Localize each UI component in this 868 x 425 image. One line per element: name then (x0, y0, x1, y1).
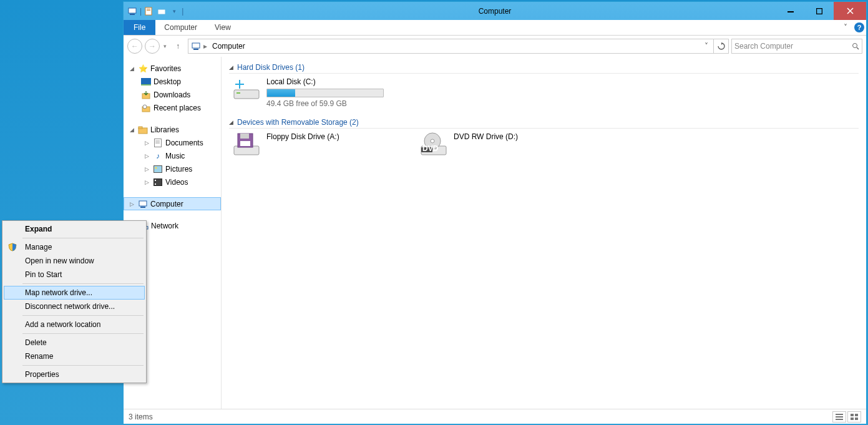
tab-view[interactable]: View (206, 20, 240, 35)
maximize-button[interactable] (805, 2, 834, 20)
collapse-icon[interactable]: ◢ (130, 127, 135, 133)
address-bar[interactable]: ▸ Computer ˅ (188, 39, 714, 54)
new-folder-icon[interactable] (157, 6, 167, 16)
close-button[interactable] (834, 2, 866, 20)
section-hard-disks[interactable]: ◢ Hard Disk Drives (1) (229, 63, 859, 74)
menu-item-manage[interactable]: Manage (4, 240, 145, 254)
sidebar-item-videos[interactable]: ▷Videos (124, 175, 221, 188)
svg-rect-35 (235, 80, 239, 84)
titlebar[interactable]: | ▾ | Computer (124, 2, 866, 20)
drive-dvd[interactable]: DVD DVD RW Drive (D:) (419, 132, 568, 157)
floppy-icon (232, 132, 261, 157)
navigation-bar: ← → ▾ ↑ ▸ Computer ˅ Search Computer (124, 36, 866, 57)
properties-icon[interactable] (144, 6, 154, 16)
body: ◢⭐Favorites Desktop Downloads Recent pla… (124, 57, 866, 409)
menu-item-add-network-location[interactable]: Add a network location (4, 318, 145, 331)
quick-access-toolbar: | ▾ | (124, 6, 183, 16)
menu-item-map-network-drive[interactable]: Map network drive... (4, 286, 145, 300)
details-view-button[interactable] (832, 411, 846, 423)
menu-item-delete[interactable]: Delete (4, 336, 145, 349)
hdd-icon (232, 77, 261, 102)
menu-separator (22, 283, 144, 284)
menu-item-open-new-window[interactable]: Open in new window (4, 254, 145, 268)
svg-rect-26 (155, 183, 156, 185)
label: Music (165, 152, 185, 160)
drive-local-c[interactable]: Local Disk (C:) 49.4 GB free of 59.9 GB (232, 77, 381, 108)
context-menu: Expand Manage Open in new window Pin to … (2, 220, 147, 383)
svg-rect-50 (836, 419, 843, 420)
svg-rect-12 (141, 78, 151, 84)
forward-button[interactable]: → (145, 39, 160, 54)
section-removable[interactable]: ◢ Devices with Removable Storage (2) (229, 118, 859, 129)
menu-separator (22, 315, 144, 316)
sidebar-item-music[interactable]: ▷♪Music (124, 149, 221, 162)
menu-item-properties[interactable]: Properties (4, 368, 145, 381)
tab-computer[interactable]: Computer (155, 20, 206, 35)
svg-line-11 (857, 47, 859, 49)
breadcrumb-sep-icon[interactable]: ▸ (203, 42, 207, 51)
minimize-button[interactable] (776, 2, 805, 20)
expand-icon[interactable]: ▷ (145, 166, 150, 172)
svg-rect-36 (240, 80, 244, 84)
search-box[interactable]: Search Computer (731, 39, 862, 54)
svg-rect-28 (140, 207, 145, 208)
breadcrumb-computer[interactable]: Computer (210, 42, 248, 51)
collapse-icon[interactable]: ◢ (130, 66, 135, 72)
svg-rect-1 (130, 14, 135, 15)
qat-dropdown-icon[interactable]: ▾ (169, 6, 179, 16)
explorer-window: | ▾ | Computer File Computer View ˅ ? ← … (123, 1, 867, 424)
menu-item-expand[interactable]: Expand (4, 222, 145, 236)
svg-rect-7 (817, 8, 822, 14)
svg-rect-13 (141, 84, 151, 85)
collapse-icon[interactable]: ◢ (229, 64, 233, 71)
expand-icon[interactable]: ▷ (145, 153, 150, 159)
dvd-icon: DVD (419, 132, 449, 157)
sidebar-item-computer[interactable]: ▷Computer (124, 197, 221, 210)
libraries-label: Libraries (150, 125, 179, 134)
menu-item-disconnect-network-drive[interactable]: Disconnect network drive... (4, 300, 145, 313)
content-pane[interactable]: ◢ Hard Disk Drives (1) Local Disk (C:) 4… (222, 57, 866, 409)
libraries-icon (138, 125, 148, 135)
window-title: Computer (124, 7, 866, 16)
menu-item-pin-to-start[interactable]: Pin to Start (4, 268, 145, 281)
sidebar-item-downloads[interactable]: Downloads (124, 88, 221, 101)
computer-icon (138, 199, 148, 209)
large-icons-view-button[interactable] (847, 411, 861, 423)
svg-text:DVD: DVD (422, 144, 439, 153)
collapse-icon[interactable]: ◢ (229, 119, 233, 125)
ribbon-collapse-icon[interactable]: ˅ (839, 20, 852, 35)
menu-separator (22, 333, 144, 334)
computer-icon (191, 41, 201, 51)
computer-group: ▷Computer (124, 197, 221, 210)
svg-rect-9 (193, 49, 198, 50)
sidebar-item-pictures[interactable]: ▷Pictures (124, 162, 221, 175)
drive-name: DVD RW Drive (D:) (454, 132, 518, 141)
expand-icon[interactable]: ▷ (145, 140, 150, 146)
drive-name: Floppy Disk Drive (A:) (266, 132, 339, 141)
svg-rect-27 (139, 201, 147, 206)
menu-separator (22, 238, 144, 238)
expand-icon[interactable]: ▷ (130, 201, 135, 207)
address-dropdown-icon[interactable]: ˅ (701, 42, 712, 51)
sidebar-item-recent[interactable]: Recent places (124, 101, 221, 114)
favorites-header[interactable]: ◢⭐Favorites (124, 62, 221, 75)
back-button[interactable]: ← (127, 39, 142, 54)
up-button[interactable]: ↑ (170, 39, 185, 54)
sidebar-item-documents[interactable]: ▷Documents (124, 136, 221, 149)
svg-rect-4 (147, 10, 150, 11)
sidebar-item-desktop[interactable]: Desktop (124, 75, 221, 88)
tab-file[interactable]: File (124, 20, 155, 35)
computer-icon (127, 6, 137, 16)
section-title: Hard Disk Drives (1) (237, 63, 305, 72)
documents-icon (153, 138, 163, 148)
svg-rect-5 (158, 9, 165, 14)
drive-floppy[interactable]: Floppy Disk Drive (A:) (232, 132, 381, 157)
help-button[interactable]: ? (852, 20, 866, 35)
expand-icon[interactable]: ▷ (145, 179, 150, 185)
refresh-button[interactable] (714, 39, 729, 54)
shield-icon (7, 242, 17, 252)
svg-rect-6 (788, 11, 794, 12)
menu-item-rename[interactable]: Rename (4, 349, 145, 363)
libraries-header[interactable]: ◢Libraries (124, 123, 221, 136)
recent-locations-icon[interactable]: ▾ (162, 43, 168, 49)
